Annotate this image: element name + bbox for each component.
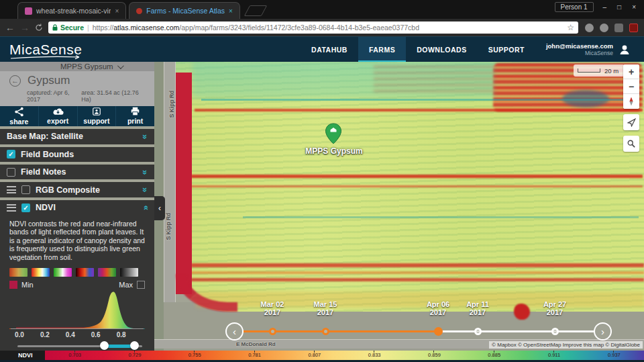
nav-datahub[interactable]: DATAHUB — [301, 37, 358, 62]
map-attribution[interactable]: © Mapbox © OpenStreetMap Improve this ma… — [489, 341, 643, 349]
back-to-farm-icon[interactable]: ← — [9, 75, 21, 87]
user-menu[interactable]: john@micasense.com MicaSense — [535, 37, 635, 62]
user-org: MicaSense — [546, 50, 613, 56]
colorbar-value: 0.729 — [121, 352, 148, 358]
lock-icon — [52, 24, 58, 31]
expand-icon[interactable]: » — [140, 169, 150, 174]
rgb-checkbox[interactable] — [21, 185, 30, 194]
timeline-dot-mar15[interactable] — [322, 328, 329, 335]
ndvi-field-overlay[interactable] — [176, 62, 644, 312]
minimize-button[interactable]: – — [603, 3, 607, 11]
zoom-out-button[interactable]: − — [623, 79, 639, 94]
layer-field-notes[interactable]: Field Notes » — [0, 165, 154, 179]
nav-support[interactable]: SUPPORT — [478, 37, 535, 62]
colorbar-label: NDVI — [0, 351, 45, 360]
compass-button[interactable] — [623, 94, 639, 109]
forward-icon[interactable]: → — [20, 23, 30, 32]
ndvi-checkbox[interactable]: ✓ — [21, 203, 30, 212]
colorbar-value: 0.833 — [361, 352, 388, 358]
slider-handle-max[interactable] — [130, 341, 139, 350]
close-button[interactable]: × — [632, 3, 636, 11]
nav-farms[interactable]: FARMS — [358, 37, 406, 62]
field-bounds-checkbox[interactable]: ✓ — [7, 150, 15, 159]
ndvi-streak — [193, 62, 494, 98]
ndvi-streak — [191, 271, 644, 274]
address-bar[interactable]: Secure | https://atlas.micasense.com/app… — [48, 21, 578, 34]
layer-field-bounds[interactable]: ✓ Field Bounds — [0, 147, 154, 162]
drag-handle-icon[interactable] — [7, 186, 16, 193]
min-color-swatch[interactable] — [9, 281, 17, 289]
ramp-red-green[interactable] — [9, 268, 28, 277]
ndvi-red-edge — [176, 73, 192, 294]
expand-icon[interactable]: » — [140, 187, 150, 192]
nav-downloads[interactable]: DOWNLOADS — [406, 37, 478, 62]
micasense-logo[interactable]: MicaSense — [9, 42, 82, 58]
drag-handle-icon[interactable] — [7, 204, 16, 212]
layer-base-map[interactable]: Base Map: Satellite » — [0, 129, 154, 144]
export-button[interactable]: export — [39, 106, 78, 126]
ndvi-streak — [201, 99, 631, 101]
browser-tab-1[interactable]: wheat-streak-mosaic-vir × — [17, 2, 126, 19]
colorbar-value: 0.807 — [301, 352, 328, 358]
tab2-close-icon[interactable]: × — [229, 7, 233, 15]
app-header: MicaSense DATAHUB FARMS DOWNLOADS SUPPOR… — [0, 36, 644, 62]
sidebar-collapse-button[interactable]: ‹ — [154, 196, 165, 220]
print-button[interactable]: print — [116, 106, 154, 126]
share-button[interactable]: share — [0, 106, 39, 126]
extension-icon-pdf[interactable] — [629, 24, 638, 32]
ramp-purple-green[interactable] — [98, 268, 116, 277]
expand-icon[interactable]: » — [140, 134, 150, 139]
timeline-dot-mar02[interactable] — [269, 328, 276, 335]
ramp-grayscale[interactable] — [120, 268, 138, 277]
timeline-next-button[interactable]: › — [594, 322, 612, 341]
bookmark-star-icon[interactable]: ☆ — [567, 23, 574, 32]
slider-handle-min[interactable] — [100, 341, 109, 350]
ndvi-description: NDVI contrasts the red and near-infrared… — [8, 217, 146, 267]
zoom-in-button[interactable]: + — [623, 64, 639, 79]
reload-icon[interactable] — [35, 24, 43, 32]
map-canvas[interactable]: S Kipp Rd S Kipp Rd E McDonald Rd — [0, 62, 644, 362]
extension-icon-1[interactable] — [585, 24, 594, 32]
map-scale: 20 m — [574, 64, 625, 77]
new-tab-button[interactable] — [244, 5, 268, 16]
extension-icon-3[interactable] — [614, 24, 623, 32]
ndvi-range-slider[interactable] — [9, 341, 145, 351]
maximize-button[interactable]: □ — [617, 3, 621, 11]
ramp-green-magenta[interactable] — [54, 268, 72, 277]
ramp-spectral[interactable] — [32, 268, 50, 277]
logo-swoosh — [9, 55, 85, 60]
layer-rgb-composite[interactable]: RGB Composite » — [0, 182, 154, 197]
layer-ndvi[interactable]: ✓ NDVI » — [0, 200, 154, 215]
collapse-icon[interactable]: » — [140, 206, 150, 210]
field-marker-pin[interactable] — [325, 123, 343, 144]
farm-selector[interactable]: MPPS Gypsum — [0, 62, 154, 71]
timeline-track-future — [438, 330, 594, 332]
field-header: ← Gypsum captured: Apr 6, 2017 area: 31.… — [0, 71, 154, 106]
max-label: Max — [119, 281, 133, 289]
profile-button[interactable]: Person 1 — [555, 2, 594, 12]
secure-badge[interactable]: Secure — [52, 24, 84, 32]
min-label: Min — [21, 281, 34, 289]
support-agent-icon — [92, 107, 101, 116]
timeline-dot-apr06[interactable] — [434, 327, 443, 336]
max-color-swatch[interactable] — [137, 281, 145, 289]
capture-timeline: Mar 022017 Mar 152017 Apr 062017 Apr 112… — [225, 300, 612, 343]
browser-tab-2[interactable]: Farms - MicaSense Atlas × — [129, 2, 240, 19]
ramp-red-blue[interactable] — [76, 268, 94, 277]
search-map-button[interactable] — [623, 136, 639, 152]
tab1-close-icon[interactable]: × — [115, 7, 119, 15]
timeline-dot-apr27[interactable] — [551, 328, 559, 335]
tab2-favicon — [136, 8, 142, 14]
search-icon — [627, 140, 635, 148]
field-name: Gypsum — [28, 74, 70, 87]
support-button[interactable]: support — [78, 106, 117, 126]
timeline-date: Mar 152017 — [305, 300, 345, 316]
timeline-prev-button[interactable]: ‹ — [225, 322, 244, 341]
cloud-download-icon — [52, 107, 64, 116]
field-notes-checkbox[interactable] — [7, 168, 15, 177]
back-icon[interactable]: ← — [5, 23, 15, 32]
timeline-dot-apr11[interactable] — [474, 328, 482, 335]
extension-icon-2[interactable] — [600, 24, 608, 32]
locate-button[interactable] — [623, 114, 639, 130]
captured-date: captured: Apr 6, 2017 — [27, 89, 81, 103]
